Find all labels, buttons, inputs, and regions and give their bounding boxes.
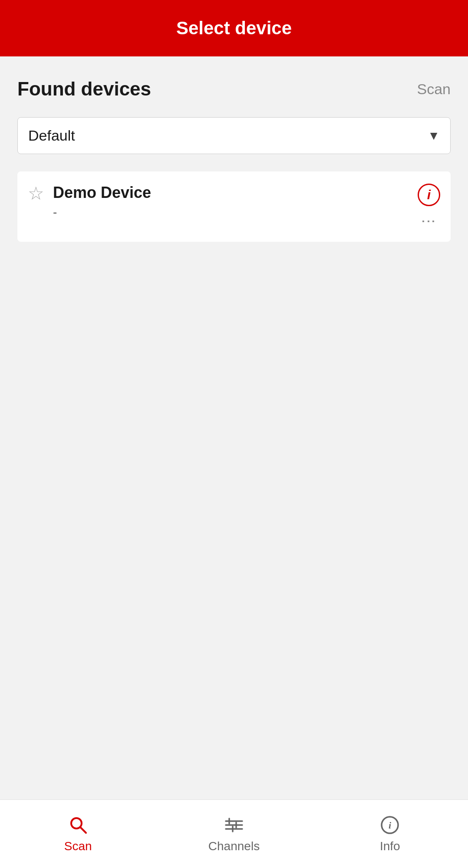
device-right-section: i ⋮ (418, 184, 440, 230)
device-name: Demo Device (53, 184, 151, 202)
found-devices-label: Found devices (17, 78, 151, 100)
device-info-button[interactable]: i (418, 184, 440, 206)
svg-text:i: i (389, 820, 392, 831)
tab-info-label: Info (380, 839, 400, 853)
tab-scan[interactable]: Scan (0, 811, 156, 858)
dropdown-selected-label: Default (28, 127, 75, 144)
header-title: Select device (176, 18, 292, 39)
tab-channels-label: Channels (208, 839, 260, 853)
bottom-navigation: Scan Channels i Info (0, 799, 468, 868)
main-content: Found devices Scan Default ▼ ☆ Demo Devi… (0, 56, 468, 799)
svg-line-1 (80, 827, 86, 833)
info-nav-icon: i (380, 815, 400, 835)
device-list-item[interactable]: ☆ Demo Device - i ⋮ (17, 171, 451, 242)
device-sub: - (53, 205, 151, 219)
tab-channels[interactable]: Channels (156, 811, 312, 858)
found-devices-row: Found devices Scan (17, 78, 451, 100)
search-icon (68, 815, 88, 835)
device-info: Demo Device - (53, 184, 151, 219)
tab-info[interactable]: i Info (312, 811, 468, 858)
star-icon[interactable]: ☆ (28, 184, 44, 203)
app-header: Select device (0, 0, 468, 56)
chevron-down-icon: ▼ (428, 129, 440, 143)
device-left-section: ☆ Demo Device - (28, 184, 151, 219)
more-options-icon[interactable]: ⋮ (422, 214, 436, 230)
info-icon-label: i (427, 187, 431, 202)
scan-button[interactable]: Scan (417, 81, 451, 98)
channels-icon (224, 815, 244, 835)
tab-scan-label: Scan (64, 839, 92, 853)
dropdown-select[interactable]: Default ▼ (17, 117, 451, 154)
